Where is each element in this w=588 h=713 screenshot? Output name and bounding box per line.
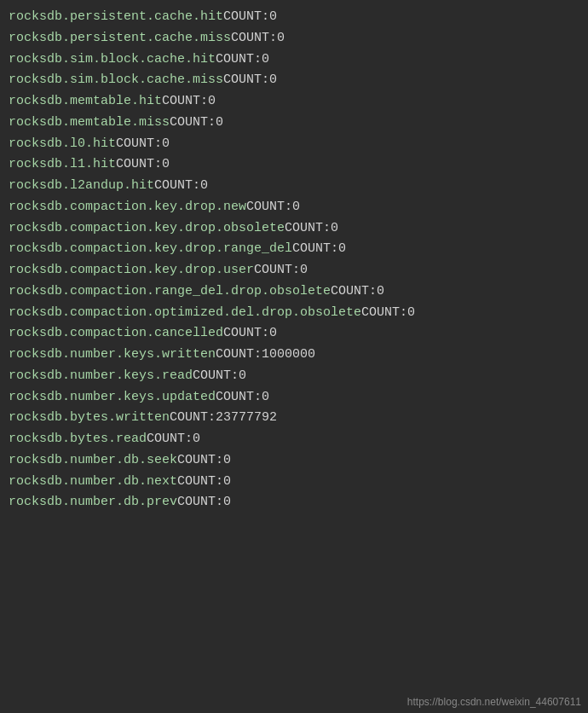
metric-line: rocksdb.memtable.miss COUNT : 0	[9, 113, 579, 134]
metric-keyword: COUNT	[116, 154, 154, 176]
metric-value: 0	[239, 366, 246, 387]
metric-line: rocksdb.bytes.read COUNT : 0	[9, 429, 579, 450]
terminal-output: rocksdb.persistent.cache.hit COUNT : 0ro…	[0, 0, 588, 520]
metric-separator: :	[216, 472, 223, 493]
metric-separator: :	[231, 366, 239, 387]
metric-separator: :	[262, 70, 269, 91]
metric-value: 0	[223, 472, 231, 493]
metric-keyword: COUNT	[216, 49, 254, 71]
metric-line: rocksdb.compaction.range_del.drop.obsole…	[9, 281, 579, 303]
metric-separator: :	[400, 303, 407, 324]
metric-separator: :	[254, 49, 262, 71]
metric-separator: :	[208, 113, 216, 134]
metric-value: 0	[277, 28, 285, 49]
metric-line: rocksdb.bytes.written COUNT : 23777792	[9, 408, 579, 429]
metric-line: rocksdb.persistent.cache.hit COUNT : 0	[9, 7, 579, 28]
metric-line: rocksdb.compaction.optimized.del.drop.ob…	[9, 303, 579, 324]
metric-separator: :	[185, 429, 193, 450]
metric-value: 0	[269, 7, 277, 28]
metric-value: 0	[269, 323, 277, 345]
metric-value: 23777792	[216, 408, 277, 429]
metric-keyword: COUNT	[216, 345, 254, 366]
metric-name: rocksdb.compaction.key.drop.new	[9, 197, 246, 218]
metric-keyword: COUNT	[361, 303, 400, 324]
metric-keyword: COUNT	[331, 281, 369, 303]
metric-value: 0	[269, 70, 277, 91]
metric-line: rocksdb.l2andup.hit COUNT : 0	[9, 176, 579, 197]
metric-keyword: COUNT	[177, 450, 216, 472]
metric-value: 0	[162, 134, 170, 155]
metric-line: rocksdb.number.db.next COUNT : 0	[9, 472, 579, 493]
metric-name: rocksdb.number.db.next	[9, 472, 177, 493]
metric-line: rocksdb.persistent.cache.miss COUNT : 0	[9, 28, 579, 49]
metric-separator: :	[216, 450, 223, 472]
metric-separator: :	[254, 387, 262, 409]
metric-line: rocksdb.compaction.cancelled COUNT : 0	[9, 323, 579, 345]
metric-value: 0	[407, 303, 415, 324]
metric-value: 1000000	[262, 345, 315, 366]
metric-name: rocksdb.number.db.prev	[9, 492, 177, 513]
metric-separator: :	[369, 281, 377, 303]
metric-separator: :	[254, 345, 262, 366]
metric-name: rocksdb.compaction.cancelled	[9, 323, 223, 345]
metric-name: rocksdb.memtable.hit	[9, 91, 162, 113]
metric-line: rocksdb.number.keys.written COUNT : 1000…	[9, 345, 579, 366]
metric-separator: :	[331, 239, 338, 260]
metric-separator: :	[154, 154, 162, 176]
metric-name: rocksdb.compaction.key.drop.range_del	[9, 239, 292, 260]
metric-name: rocksdb.compaction.range_del.drop.obsole…	[9, 281, 331, 303]
metric-name: rocksdb.compaction.key.drop.user	[9, 260, 254, 281]
metric-separator: :	[285, 197, 292, 218]
metric-keyword: COUNT	[193, 366, 231, 387]
metric-separator: :	[292, 260, 300, 281]
metric-name: rocksdb.number.keys.read	[9, 366, 193, 387]
metric-line: rocksdb.compaction.key.drop.range_del CO…	[9, 239, 579, 260]
metric-name: rocksdb.bytes.read	[9, 429, 147, 450]
metric-line: rocksdb.number.db.seek COUNT : 0	[9, 450, 579, 472]
metric-value: 0	[331, 218, 338, 240]
metric-keyword: COUNT	[254, 260, 292, 281]
metric-line: rocksdb.l0.hit COUNT : 0	[9, 134, 579, 155]
metric-value: 0	[208, 91, 216, 113]
metric-keyword: COUNT	[223, 7, 262, 28]
metric-separator: :	[262, 323, 269, 345]
metric-name: rocksdb.memtable.miss	[9, 113, 170, 134]
metric-keyword: COUNT	[147, 429, 185, 450]
metric-name: rocksdb.compaction.optimized.del.drop.ob…	[9, 303, 361, 324]
metric-value: 0	[292, 197, 300, 218]
metric-name: rocksdb.compaction.key.drop.obsolete	[9, 218, 285, 240]
metric-name: rocksdb.number.keys.updated	[9, 387, 216, 409]
metric-value: 0	[193, 429, 200, 450]
metric-keyword: COUNT	[177, 492, 216, 513]
metric-separator: :	[216, 492, 223, 513]
metric-keyword: COUNT	[170, 408, 208, 429]
metric-keyword: COUNT	[177, 472, 216, 493]
metric-line: rocksdb.l1.hit COUNT : 0	[9, 154, 579, 176]
metric-keyword: COUNT	[223, 323, 262, 345]
metric-value: 0	[262, 387, 269, 409]
metric-separator: :	[154, 134, 162, 155]
metric-value: 0	[223, 450, 231, 472]
metric-keyword: COUNT	[285, 218, 323, 240]
metric-line: rocksdb.number.keys.updated COUNT : 0	[9, 387, 579, 409]
metric-value: 0	[223, 492, 231, 513]
metric-line: rocksdb.number.keys.read COUNT : 0	[9, 366, 579, 387]
metric-keyword: COUNT	[292, 239, 331, 260]
metric-keyword: COUNT	[246, 197, 285, 218]
metric-line: rocksdb.sim.block.cache.hit COUNT : 0	[9, 49, 579, 71]
metric-line: rocksdb.compaction.key.drop.obsolete COU…	[9, 218, 579, 240]
metric-keyword: COUNT	[154, 176, 193, 197]
metric-keyword: COUNT	[116, 134, 154, 155]
metric-value: 0	[216, 113, 223, 134]
metric-line: rocksdb.number.db.prev COUNT : 0	[9, 492, 579, 513]
metric-name: rocksdb.sim.block.cache.miss	[9, 70, 223, 91]
metric-line: rocksdb.sim.block.cache.miss COUNT : 0	[9, 70, 579, 91]
metric-name: rocksdb.l2andup.hit	[9, 176, 154, 197]
metric-name: rocksdb.number.keys.written	[9, 345, 216, 366]
metric-name: rocksdb.persistent.cache.miss	[9, 28, 231, 49]
metric-keyword: COUNT	[231, 28, 269, 49]
metric-name: rocksdb.number.db.seek	[9, 450, 177, 472]
metric-line: rocksdb.compaction.key.drop.user COUNT :…	[9, 260, 579, 281]
metric-name: rocksdb.sim.block.cache.hit	[9, 49, 216, 71]
metric-keyword: COUNT	[223, 70, 262, 91]
